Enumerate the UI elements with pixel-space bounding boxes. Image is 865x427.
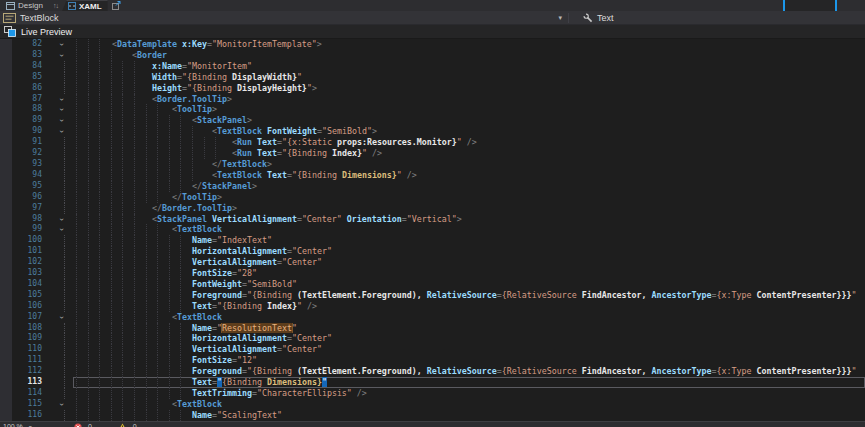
zoom-caret-icon[interactable]: ▾	[29, 423, 32, 427]
code-line-88[interactable]: 88›<ToolTip>	[0, 104, 865, 115]
member-dropdown[interactable]: Text	[569, 13, 614, 23]
code-line-content[interactable]: <TextBlock	[73, 312, 865, 323]
fold-collapse-icon[interactable]: ›	[50, 115, 73, 126]
breakpoint-gutter[interactable]	[0, 388, 12, 399]
fold-collapse-icon[interactable]: ›	[50, 214, 73, 225]
code-line-content[interactable]: </TextBlock>	[73, 159, 865, 170]
code-line-92[interactable]: 92<Run Text="{Binding Index}" />	[0, 148, 865, 159]
code-line-content[interactable]: </StackPanel>	[73, 181, 865, 192]
breakpoint-gutter[interactable]	[0, 279, 12, 290]
swap-panes-icon[interactable]: ↑↓	[53, 2, 58, 9]
breakpoint-gutter[interactable]	[0, 94, 12, 105]
code-line-content[interactable]: Foreground="{Binding (TextElement.Foregr…	[73, 366, 865, 377]
breakpoint-gutter[interactable]	[0, 312, 12, 323]
breakpoint-gutter[interactable]	[0, 323, 12, 334]
fold-collapse-icon[interactable]: ›	[50, 126, 73, 137]
code-line-100[interactable]: 100Name="IndexText"	[0, 235, 865, 246]
code-line-content[interactable]: VerticalAlignment="Center"	[73, 344, 865, 355]
code-line-108[interactable]: 108Name="ResolutionText"	[0, 323, 865, 334]
code-line-93[interactable]: 93</TextBlock>	[0, 159, 865, 170]
breakpoint-gutter[interactable]	[0, 192, 12, 203]
breakpoint-gutter[interactable]	[0, 137, 12, 148]
code-line-content[interactable]: </Border.ToolTip>	[73, 203, 865, 214]
breakpoint-gutter[interactable]	[0, 366, 12, 377]
code-line-content[interactable]: HorizontalAlignment="Center"	[73, 246, 865, 257]
code-line-content[interactable]: Text="{Binding Dimensions}"	[73, 377, 865, 388]
code-line-112[interactable]: 112Foreground="{Binding (TextElement.For…	[0, 366, 865, 377]
breakpoint-gutter[interactable]	[0, 377, 12, 388]
code-line-83[interactable]: 83›<Border	[0, 50, 865, 61]
breakpoint-gutter[interactable]	[0, 257, 12, 268]
code-line-85[interactable]: 85Width="{Binding DisplayWidth}"	[0, 72, 865, 83]
fold-collapse-icon[interactable]: ›	[50, 104, 73, 115]
code-line-content[interactable]: x:Name="MonitorItem"	[73, 61, 865, 72]
code-line-106[interactable]: 106Text="{Binding Index}" />	[0, 301, 865, 312]
code-line-content[interactable]: <TextBlock	[73, 224, 865, 235]
code-line-content[interactable]: FontWeight="SemiBold"	[73, 279, 865, 290]
fold-collapse-icon[interactable]: ›	[50, 39, 73, 50]
live-preview-bar[interactable]: Live Preview	[0, 25, 865, 39]
code-line-content[interactable]: TextTrimming="CharacterEllipsis" />	[73, 388, 865, 399]
code-line-content[interactable]: Name="ResolutionText"	[73, 323, 865, 334]
code-line-96[interactable]: 96</ToolTip>	[0, 192, 865, 203]
code-line-content[interactable]: Name="IndexText"	[73, 235, 865, 246]
code-line-98[interactable]: 98›<StackPanel VerticalAlignment="Center…	[0, 214, 865, 225]
breakpoint-gutter[interactable]	[0, 214, 12, 225]
breakpoint-gutter[interactable]	[0, 344, 12, 355]
breakpoint-gutter[interactable]	[0, 355, 12, 366]
code-line-95[interactable]: 95</StackPanel>	[0, 181, 865, 192]
code-line-87[interactable]: 87›<Border.ToolTip>	[0, 94, 865, 105]
code-line-97[interactable]: 97</Border.ToolTip>	[0, 203, 865, 214]
breakpoint-gutter[interactable]	[0, 50, 12, 61]
code-line-content[interactable]: Name="ScalingText"	[73, 410, 865, 421]
code-line-content[interactable]: <Run Text="{x:Static props:Resources.Mon…	[73, 137, 865, 148]
popout-window-icon[interactable]	[112, 1, 121, 10]
breakpoint-gutter[interactable]	[0, 126, 12, 137]
breakpoint-gutter[interactable]	[0, 170, 12, 181]
code-line-94[interactable]: 94<TextBlock Text="{Binding Dimensions}"…	[0, 170, 865, 181]
breakpoint-gutter[interactable]	[0, 181, 12, 192]
fold-collapse-icon[interactable]: ›	[50, 94, 73, 105]
code-line-content[interactable]: HorizontalAlignment="Center"	[73, 333, 865, 344]
zoom-level[interactable]: 100 %	[3, 423, 23, 427]
code-line-110[interactable]: 110VerticalAlignment="Center"	[0, 344, 865, 355]
code-line-116[interactable]: 116Name="ScalingText"	[0, 410, 865, 421]
breakpoint-gutter[interactable]	[0, 246, 12, 257]
breakpoint-gutter[interactable]	[0, 72, 12, 83]
code-line-101[interactable]: 101HorizontalAlignment="Center"	[0, 246, 865, 257]
code-line-content[interactable]: Foreground="{Binding (TextElement.Foregr…	[73, 290, 865, 301]
code-line-84[interactable]: 84x:Name="MonitorItem"	[0, 61, 865, 72]
code-line-109[interactable]: 109HorizontalAlignment="Center"	[0, 333, 865, 344]
code-line-104[interactable]: 104FontWeight="SemiBold"	[0, 279, 865, 290]
code-line-content[interactable]: FontSize="12"	[73, 355, 865, 366]
breakpoint-gutter[interactable]	[0, 39, 12, 50]
breakpoint-gutter[interactable]	[0, 268, 12, 279]
chevron-down-icon[interactable]: ▾	[558, 14, 568, 22]
code-line-content[interactable]: </ToolTip>	[73, 192, 865, 203]
code-editor[interactable]: 82›<DataTemplate x:Key="MonitorItemTempl…	[0, 39, 865, 421]
code-line-82[interactable]: 82›<DataTemplate x:Key="MonitorItemTempl…	[0, 39, 865, 50]
tab-design[interactable]: Design	[0, 0, 49, 11]
breakpoint-gutter[interactable]	[0, 148, 12, 159]
breakpoint-gutter[interactable]	[0, 290, 12, 301]
code-line-99[interactable]: 99›<TextBlock	[0, 224, 865, 235]
breakpoint-gutter[interactable]	[0, 224, 12, 235]
code-line-content[interactable]: FontSize="28"	[73, 268, 865, 279]
breakpoint-gutter[interactable]	[0, 104, 12, 115]
breakpoint-gutter[interactable]	[0, 399, 12, 410]
breakpoint-gutter[interactable]	[0, 333, 12, 344]
code-line-content[interactable]: <Run Text="{Binding Index}" />	[73, 148, 865, 159]
code-line-content[interactable]: <Border.ToolTip>	[73, 94, 865, 105]
code-line-content[interactable]: VerticalAlignment="Center"	[73, 257, 865, 268]
code-line-content[interactable]: <Border	[73, 50, 865, 61]
breakpoint-gutter[interactable]	[0, 203, 12, 214]
breakpoint-gutter[interactable]	[0, 301, 12, 312]
code-line-90[interactable]: 90›<TextBlock FontWeight="SemiBold">	[0, 126, 865, 137]
code-line-content[interactable]: <StackPanel>	[73, 115, 865, 126]
code-line-113[interactable]: 113Text="{Binding Dimensions}"	[0, 377, 865, 388]
code-line-111[interactable]: 111FontSize="12"	[0, 355, 865, 366]
code-line-102[interactable]: 102VerticalAlignment="Center"	[0, 257, 865, 268]
code-line-content[interactable]: <ToolTip>	[73, 104, 865, 115]
code-line-115[interactable]: 115›<TextBlock	[0, 399, 865, 410]
breakpoint-gutter[interactable]	[0, 115, 12, 126]
